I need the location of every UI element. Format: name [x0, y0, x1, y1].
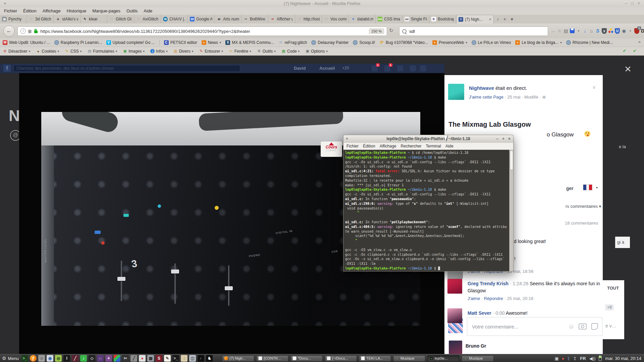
terminal-scrollbar[interactable] — [509, 150, 513, 271]
search-input[interactable]: sdl — [409, 29, 548, 34]
taskbar-window-docu[interactable]: [~/Docu... — [325, 355, 357, 362]
launcher-film[interactable]: ✂ — [122, 355, 129, 362]
updates-icon[interactable]: ↥ — [573, 356, 577, 361]
launcher-unity[interactable]: ◇ — [89, 355, 95, 362]
search-icon[interactable] — [402, 29, 407, 34]
colorzilla-icon[interactable] — [608, 28, 613, 33]
devbar-entourer[interactable]: ✎Entourer▾ — [199, 49, 223, 54]
home-icon[interactable]: ⌂ — [589, 28, 594, 34]
tab-vos-command[interactable]: □Vos command... — [322, 15, 349, 23]
privacy-lock-icon[interactable] — [410, 65, 416, 71]
search-plus-caret-icon[interactable]: ▾ — [628, 29, 633, 33]
terminal-close-button[interactable]: × — [508, 136, 511, 141]
bluetooth-icon[interactable]: ᛒ — [568, 356, 570, 361]
search-bar[interactable]: sdl — [399, 26, 548, 36]
menu-affichage[interactable]: Affichage — [43, 7, 61, 15]
comment-author-link[interactable]: Matt Sever — [468, 310, 491, 316]
downloads-icon[interactable]: ↓ — [583, 28, 587, 34]
devbar-divers[interactable]: ▥Divers▾ — [173, 49, 194, 54]
tab-3d-glitching[interactable]: □3d Glitching... — [27, 15, 54, 23]
terminal-window[interactable]: ▾ lep0le@lep0le-Skylake-Platform ~/ibniz… — [343, 135, 514, 272]
bookmark-bug-1078068-video[interactable]: |PBug #1078068 “Video... — [379, 40, 428, 45]
page-info-icon[interactable]: i — [20, 28, 26, 34]
ublock-icon[interactable]: U — [615, 28, 620, 34]
tab-aviglitch-a-r[interactable]: □AviGlitch - A R... — [134, 15, 161, 23]
comment-timestamp-link[interactable]: · 1:24:28 — [508, 281, 530, 286]
tab-glitch-gimp[interactable]: □Glitch GIMP |... — [107, 15, 134, 23]
launcher-horse[interactable]: ♞ — [206, 355, 213, 362]
devbar-d-sactiver[interactable]: ⊘Désactiver▾ — [3, 49, 30, 54]
taskbar-window-lep0le[interactable]: >lep0le... — [427, 355, 460, 362]
launcher-switch[interactable]: ◫ — [189, 355, 196, 362]
menu-historique[interactable]: Historique — [67, 7, 87, 15]
launcher-colors[interactable] — [114, 355, 120, 362]
tab-list-icon[interactable]: ▾ — [511, 16, 513, 22]
launcher-spiral[interactable]: ◎ — [55, 355, 62, 362]
save-caret-icon[interactable]: ▾ — [576, 29, 581, 33]
titlebar-caret-icon[interactable]: ▾ — [4, 0, 6, 7]
messages-icon[interactable]: 1 — [384, 65, 390, 71]
tab-google-ag[interactable]: 30Google Ag... — [188, 15, 215, 23]
display-icon[interactable]: ▣ — [554, 356, 558, 361]
bookmark-presenceweb[interactable]: ◗PresenceWeb▾ — [432, 40, 467, 45]
menu-rechercher[interactable]: Rechercher — [401, 143, 422, 149]
bookmark-upload-complete-go[interactable]: VUpload complete! Go ... — [106, 40, 155, 45]
close-button[interactable]: × — [638, 1, 641, 6]
launcher-music[interactable]: ♪ — [80, 355, 87, 362]
launcher-sphere[interactable]: ◐ — [198, 355, 204, 362]
taskbar-window-musique[interactable]: ♪Musique — [462, 355, 494, 362]
menu-fichier[interactable]: Fichier — [4, 7, 17, 15]
bookmark-petscii-editor[interactable]: CPETSCII editor — [164, 40, 197, 45]
launcher-terminal-dark[interactable]: >_ — [172, 355, 179, 362]
menu-aide[interactable]: Aide — [445, 143, 453, 149]
taskbar-window-musique[interactable]: ♪Musique — [393, 355, 425, 362]
url-text[interactable]: https://www.facebook.com/Nightwave808/vi… — [40, 29, 369, 34]
back-button[interactable]: ← — [3, 25, 15, 37]
keyboard-layout-indicator[interactable]: FR — [580, 356, 586, 361]
tab-single-file[interactable]: svSingle File — [402, 15, 429, 23]
battery-icon[interactable] — [599, 356, 602, 361]
comment-timestamp-link[interactable]: · 0:00 — [491, 310, 506, 316]
emoji-smiley-icon[interactable]: ☺ — [568, 323, 575, 330]
history-clipboard-icon[interactable]: ▤ — [564, 28, 568, 34]
maximize-button[interactable]: □ — [631, 1, 634, 6]
menu-dition[interactable]: Édition — [363, 143, 375, 149]
bookmark-news[interactable]: ◗News▾ — [202, 40, 221, 45]
flag-icon[interactable] — [583, 184, 592, 190]
terminal-minimize-button[interactable]: – — [496, 136, 498, 141]
facebook-logo[interactable]: f — [3, 65, 11, 72]
taskbar-window-docu[interactable]: *Docu... — [290, 355, 323, 362]
tab-boltwire[interactable]: ✑BoltWire — [241, 15, 268, 23]
adblock-icon[interactable]: 6 — [634, 28, 639, 34]
bookmark-star-icon[interactable]: ☆ — [557, 28, 562, 34]
menu-marque-pages[interactable]: Marque-pages — [92, 7, 120, 15]
comment-like-link[interactable]: J'aime — [468, 296, 480, 301]
status-icon[interactable]: ● — [562, 356, 565, 361]
terminal-scrollbar-thumb[interactable] — [510, 150, 513, 170]
commenter-name-fragment[interactable]: Bruno Gr — [466, 343, 486, 349]
comment-reply-link[interactable]: Répondre — [484, 296, 503, 301]
bookmark-le-blog-de-la-briga[interactable]: ◗Le blog de la Briga...▾ — [515, 40, 562, 45]
url-bar[interactable]: i ▦ https://www.facebook.com/Nightwave80… — [17, 26, 387, 36]
launcher-editor[interactable]: ✎ — [164, 355, 171, 362]
search-plus-icon[interactable]: ◉ — [622, 28, 626, 34]
bookmark-delaunay-painter[interactable]: Delaunay Painter — [311, 40, 348, 45]
taskbar-window-7-nigh[interactable]: (7) Nigh... — [222, 355, 254, 362]
commenter-avatar[interactable] — [447, 308, 462, 323]
tab-klear[interactable]: ✎klear — [80, 15, 107, 23]
comment-composer[interactable]: Votre commentaire... ☺ — [467, 317, 602, 336]
tab-pynchy[interactable]: ▤Pynchy — [0, 15, 27, 23]
minimize-button[interactable]: – — [625, 1, 628, 6]
reload-icon[interactable]: ↻ — [389, 27, 393, 34]
save-page-icon[interactable] — [570, 28, 575, 33]
bookmarks-overflow-icon[interactable]: » — [638, 39, 641, 44]
bookmark-raspberry-pi-learnin[interactable]: Raspberry Pi Learnin... — [54, 40, 102, 45]
tab-cha-v[interactable]: WCHA/V |... — [161, 15, 188, 23]
menu-affichage[interactable]: Affichage — [380, 143, 396, 149]
bookmark-refrag-glitch[interactable]: ∷reFrag:glitch — [278, 40, 307, 45]
tab-afficher-ur[interactable]: ✑Afficher ur... — [268, 15, 295, 23]
comment-author-link[interactable]: Greg Trendy Krish — [468, 281, 508, 286]
taskbar-window-contr[interactable]: [CONTR... — [256, 355, 288, 362]
devbar-css[interactable]: ✎CSS▾ — [65, 49, 82, 54]
devbar-infos[interactable]: iInfos▾ — [150, 49, 168, 54]
